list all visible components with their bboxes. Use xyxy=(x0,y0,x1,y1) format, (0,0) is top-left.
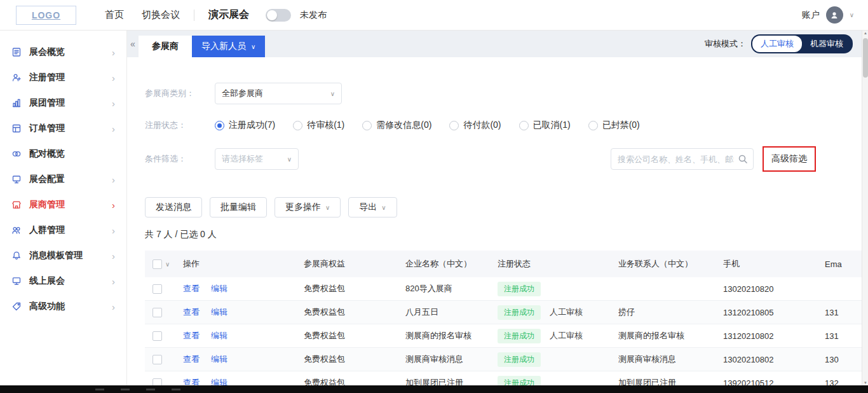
contact-cell: 测展商的报名审核 xyxy=(618,330,723,341)
status-radio-option[interactable]: 已取消(1) xyxy=(519,120,571,131)
account-label[interactable]: 账户 xyxy=(802,10,820,21)
avatar[interactable] xyxy=(826,6,843,24)
view-link[interactable]: 查看 xyxy=(183,307,200,317)
sidebar-item-advanced[interactable]: 高级功能› xyxy=(0,294,126,319)
edit-link[interactable]: 编辑 xyxy=(211,284,227,293)
search-input[interactable] xyxy=(611,148,754,170)
status-badge: 注册成功 xyxy=(498,329,541,343)
status-cell: 注册成功人工审核 xyxy=(498,329,618,343)
radio-label: 需修改信息(0) xyxy=(376,120,431,131)
sidebar-item-group[interactable]: 展团管理› xyxy=(0,90,126,116)
radio-label: 已封禁(0) xyxy=(602,120,640,131)
chevron-down-icon: ∨ xyxy=(330,90,335,97)
status-filter-label: 注册状态： xyxy=(145,120,215,131)
chevron-right-icon: › xyxy=(112,225,115,236)
taskbar-item xyxy=(146,389,155,390)
row-checkbox[interactable] xyxy=(153,284,162,294)
import-new-people-button[interactable]: 导入新人员 ∨ xyxy=(192,36,265,57)
chevron-right-icon: › xyxy=(112,301,115,312)
sidebar: 展会概览›注册管理›展团管理›订单管理›配对概览展会配置›展商管理›人群管理›消… xyxy=(0,31,127,385)
logo-text: LOGO xyxy=(32,10,60,20)
benefit-cell: 免费权益包 xyxy=(304,354,405,365)
edit-link[interactable]: 编辑 xyxy=(211,378,227,385)
actions-cell: 查看编辑 xyxy=(183,377,304,385)
logo[interactable]: LOGO xyxy=(16,6,76,25)
nav-switch-conference[interactable]: 切换会议 xyxy=(142,9,180,21)
scroll-up-arrow[interactable]: ▲ xyxy=(862,31,868,35)
category-select[interactable]: 全部参展商 ∨ xyxy=(215,83,342,104)
tab-exhibitors[interactable]: 参展商 xyxy=(139,36,192,57)
radio-icon xyxy=(293,121,302,130)
export-button[interactable]: 导出 ∨ xyxy=(348,197,397,217)
vertical-scrollbar[interactable]: ▲ ▼ xyxy=(862,31,868,385)
sidebar-item-config[interactable]: 展会配置› xyxy=(0,167,126,192)
view-link[interactable]: 查看 xyxy=(183,354,200,364)
status-radio-option[interactable]: 需修改信息(0) xyxy=(362,120,431,131)
taskbar-item xyxy=(95,389,104,390)
radio-icon xyxy=(519,121,529,130)
scrollbar-thumb[interactable] xyxy=(863,38,868,78)
chevron-right-icon: › xyxy=(112,276,115,287)
order-icon xyxy=(11,123,22,134)
tag-select[interactable]: 请选择标签 ∨ xyxy=(215,148,299,170)
chevron-down-icon[interactable]: ∨ xyxy=(850,11,854,18)
audit-machine-option[interactable]: 机器审核 xyxy=(802,36,851,52)
edit-link[interactable]: 编辑 xyxy=(211,354,227,364)
chevron-right-icon: › xyxy=(112,174,115,185)
row-checkbox[interactable] xyxy=(153,331,162,341)
sidebar-item-template[interactable]: 消息模板管理› xyxy=(0,243,126,268)
column-header: 参展商权益 xyxy=(304,258,405,270)
actions-cell: 查看编辑 xyxy=(183,283,304,294)
checkbox-cell xyxy=(145,308,183,317)
email-cell: 131 xyxy=(825,308,862,317)
status-radio-option[interactable]: 注册成功(7) xyxy=(215,120,275,131)
view-link[interactable]: 查看 xyxy=(183,378,200,385)
group-icon xyxy=(11,98,22,108)
table-row: 查看编辑免费权益包820导入展商注册成功13020210820 xyxy=(145,277,862,301)
batch-edit-button[interactable]: 批量编辑 xyxy=(210,197,267,217)
sidebar-item-crowd[interactable]: 人群管理› xyxy=(0,217,126,243)
row-checkbox[interactable] xyxy=(153,355,162,364)
sidebar-item-match[interactable]: 配对概览 xyxy=(0,141,126,167)
phone-cell: 13020210820 xyxy=(723,284,825,294)
exhibition-name: 演示展会 xyxy=(208,8,249,22)
send-message-button[interactable]: 发送消息 xyxy=(145,197,202,217)
select-all-checkbox[interactable] xyxy=(153,259,162,269)
status-radio-option[interactable]: 已封禁(0) xyxy=(588,120,640,131)
chevron-down-icon[interactable]: ∨ xyxy=(165,261,170,268)
phone-cell: 13120210805 xyxy=(723,308,825,317)
sidebar-item-register[interactable]: 注册管理› xyxy=(0,65,126,90)
sidebar-item-exhibitor[interactable]: 展商管理› xyxy=(0,192,126,217)
nav-home[interactable]: 首页 xyxy=(105,9,124,21)
taskbar xyxy=(0,385,868,393)
search-icon[interactable] xyxy=(738,154,748,164)
edit-link[interactable]: 编辑 xyxy=(211,331,227,340)
condition-filter-row: 条件筛选： 请选择标签 ∨ 高级筛选 xyxy=(145,146,862,172)
sidebar-item-online[interactable]: 线上展会› xyxy=(0,268,126,294)
row-checkbox[interactable] xyxy=(153,378,162,386)
view-link[interactable]: 查看 xyxy=(183,331,200,340)
publish-toggle[interactable] xyxy=(266,9,291,22)
audit-mode-toggle[interactable]: 人工审核 机器审核 xyxy=(751,34,853,53)
row-checkbox[interactable] xyxy=(153,308,162,317)
column-header: 手机 xyxy=(723,258,825,270)
scroll-down-arrow[interactable]: ▼ xyxy=(862,381,868,385)
checkbox-cell xyxy=(145,331,183,341)
status-radio-option[interactable]: 待付款(0) xyxy=(449,120,501,131)
benefit-cell: 免费权益包 xyxy=(304,283,405,294)
chevron-right-icon: › xyxy=(112,72,115,83)
status-radio-option[interactable]: 待审核(1) xyxy=(293,120,344,131)
edit-link[interactable]: 编辑 xyxy=(211,307,227,317)
exhibitor-icon xyxy=(11,200,22,210)
sidebar-item-order[interactable]: 订单管理› xyxy=(0,116,126,141)
sidebar-item-overview[interactable]: 展会概览› xyxy=(0,39,126,65)
sidebar-item-label: 线上展会 xyxy=(29,275,65,287)
advanced-filter-button[interactable]: 高级筛选 xyxy=(763,146,816,172)
more-actions-button[interactable]: 更多操作 ∨ xyxy=(275,197,341,217)
benefit-cell: 免费权益包 xyxy=(304,307,405,318)
view-link[interactable]: 查看 xyxy=(183,284,200,293)
sidebar-item-label: 配对概览 xyxy=(29,148,65,160)
collapse-sidebar-icon[interactable]: « xyxy=(127,39,139,49)
audit-manual-option[interactable]: 人工审核 xyxy=(752,36,802,52)
table-row: 查看编辑免费权益包测展商审核消息注册成功测展商审核消息1302021080213… xyxy=(145,348,862,371)
